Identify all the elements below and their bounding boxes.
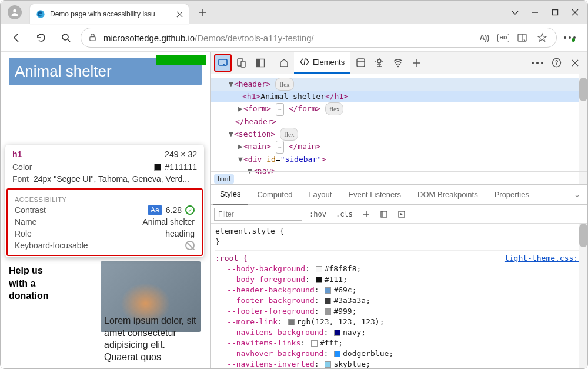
css-declaration[interactable]: --navitems-inverted: skyblue; xyxy=(215,359,583,369)
maximize-button[interactable] xyxy=(545,4,565,21)
browser-tab[interactable]: Demo page with accessibility issu xyxy=(30,4,189,24)
css-declaration[interactable]: --header-background: #69c; xyxy=(215,285,583,295)
subtab-dom-breakpoints[interactable]: DOM Breakpoints xyxy=(410,185,485,205)
help-button[interactable]: ? xyxy=(547,54,565,72)
url-text: microsoftedge.github.io/Demos/devtools-a… xyxy=(103,33,472,43)
chevron-down-icon[interactable]: ⌄ xyxy=(569,190,585,199)
tab-title: Demo page with accessibility issu xyxy=(50,10,175,18)
dom-breadcrumb[interactable]: html xyxy=(211,171,587,184)
settings-menu-button[interactable] xyxy=(562,28,582,48)
inspect-element-toggle[interactable] xyxy=(214,54,232,72)
svg-point-12 xyxy=(377,59,381,63)
edge-favicon-icon xyxy=(36,9,45,19)
svg-rect-10 xyxy=(257,59,260,67)
devtools-pane: Elements ? ▼<header> flex <h1>Animal she… xyxy=(211,52,587,369)
css-declaration[interactable]: --footer-background: #3a3a3a; xyxy=(215,295,583,306)
page-title: Animal shelter xyxy=(15,62,196,81)
styles-rules-pane[interactable]: element.style { } light-theme.css:1:root… xyxy=(211,224,587,369)
sources-tab-icon[interactable] xyxy=(370,54,388,72)
dom-scrollbar[interactable] xyxy=(579,74,587,184)
tooltip-font-label: Font xyxy=(12,174,29,184)
svg-point-13 xyxy=(397,65,399,67)
svg-rect-6 xyxy=(219,59,227,65)
css-declaration[interactable]: --navitems-background: navy; xyxy=(215,327,583,338)
hd-icon[interactable]: HD xyxy=(497,34,509,42)
tooltip-name-label: Name xyxy=(15,217,36,227)
contrast-aa-icon: Aa xyxy=(148,205,162,215)
tooltip-accessibility-region: ACCESSIBILITY Contrast Aa 6.28 ✓ Name An… xyxy=(6,188,203,256)
styles-filter-row: :hov .cls xyxy=(211,205,587,224)
tooltip-dimensions: 249 × 32 xyxy=(165,149,197,159)
tooltip-contrast-label: Contrast xyxy=(15,205,46,215)
reader-icon[interactable] xyxy=(515,31,529,45)
tooltip-role-value: heading xyxy=(165,229,195,238)
tooltip-contrast-value: 6.28 xyxy=(166,205,182,215)
dom-tree[interactable]: ▼<header> flex <h1>Animal shelter</h1> ▶… xyxy=(211,74,587,185)
css-declaration[interactable]: --body-background: #f8f8f8; xyxy=(215,264,583,274)
tooltip-tagname: h1 xyxy=(12,149,22,159)
lorem-text: Lorem ipsum dolor, sit amet consectetur … xyxy=(104,315,198,364)
tooltip-font-value: 24px "Segoe UI", Tahoma, Geneva, Verd... xyxy=(34,174,189,184)
lock-icon xyxy=(88,33,98,42)
panel-layout-icon[interactable] xyxy=(252,54,269,72)
css-declaration[interactable]: --navitems-links: #fff; xyxy=(215,338,583,348)
browser-toolbar: microsoftedge.github.io/Demos/devtools-a… xyxy=(1,24,587,51)
search-button[interactable] xyxy=(56,28,76,48)
subtab-computed[interactable]: Computed xyxy=(250,185,299,205)
subtab-properties[interactable]: Properties xyxy=(487,185,536,205)
styles-scrollbar[interactable] xyxy=(579,224,587,369)
more-tools-button[interactable] xyxy=(529,54,546,72)
svg-text:?: ? xyxy=(554,59,558,66)
svg-rect-11 xyxy=(357,59,365,67)
css-declaration[interactable]: --body-foreground: #111; xyxy=(215,274,583,285)
favorite-star-icon[interactable] xyxy=(535,31,549,45)
computed-styles-icon[interactable] xyxy=(377,208,390,221)
element-inspect-tooltip: h1 249 × 32 Color #111111 Font 24px "Seg… xyxy=(5,145,204,257)
tooltip-role-label: Role xyxy=(15,229,32,238)
window-titlebar: Demo page with accessibility issu xyxy=(1,1,587,24)
cls-toggle[interactable]: .cls xyxy=(333,209,355,220)
styles-subpanel-tabs: Styles Computed Layout Event Listeners D… xyxy=(211,185,587,205)
add-tab-button[interactable] xyxy=(408,54,426,72)
chevron-down-icon[interactable] xyxy=(505,4,525,21)
css-declaration[interactable]: --more-link: rgb(123, 123, 123); xyxy=(215,317,583,327)
svg-rect-8 xyxy=(241,61,245,67)
new-style-rule-button[interactable] xyxy=(360,208,373,221)
subtab-styles[interactable]: Styles xyxy=(213,185,248,205)
minimize-button[interactable] xyxy=(525,4,545,21)
hov-toggle[interactable]: :hov xyxy=(307,209,329,220)
close-window-button[interactable] xyxy=(565,4,585,21)
devtools-main-tabstrip: Elements ? xyxy=(211,52,587,74)
read-aloud-icon[interactable]: A)) xyxy=(477,31,492,45)
tooltip-kbfocus-label: Keyboard-focusable xyxy=(15,241,88,250)
tab-close-icon[interactable] xyxy=(175,9,184,19)
svg-rect-2 xyxy=(553,10,558,15)
back-button[interactable] xyxy=(6,28,26,48)
check-circle-icon: ✓ xyxy=(185,205,195,215)
stylesheet-link[interactable]: light-theme.css:1 xyxy=(505,253,583,264)
subtab-event-listeners[interactable]: Event Listeners xyxy=(341,185,408,205)
address-bar[interactable]: microsoftedge.github.io/Demos/devtools-a… xyxy=(81,28,557,48)
tooltip-name-value: Animal shelter xyxy=(142,217,195,227)
tooltip-color-label: Color xyxy=(12,162,32,172)
new-tab-button[interactable] xyxy=(193,4,211,21)
styles-filter-input[interactable] xyxy=(214,208,302,221)
tooltip-color-value: #111111 xyxy=(165,162,197,172)
tab-elements[interactable]: Elements xyxy=(294,52,350,74)
decorative-strip xyxy=(156,55,206,65)
css-declaration[interactable]: --footer-foreground: #999; xyxy=(215,306,583,317)
svg-rect-4 xyxy=(90,37,95,41)
welcome-tab-icon[interactable] xyxy=(275,54,293,72)
network-tab-icon[interactable] xyxy=(389,54,407,72)
code-icon xyxy=(300,57,309,67)
refresh-button[interactable] xyxy=(31,28,51,48)
toggle-sidebar-icon[interactable] xyxy=(395,208,408,221)
not-focusable-icon xyxy=(185,241,195,250)
css-declaration[interactable]: --navhover-background: dodgerblue; xyxy=(215,348,583,359)
profile-avatar[interactable] xyxy=(8,5,22,19)
subtab-layout[interactable]: Layout xyxy=(302,185,339,205)
device-emulation-toggle[interactable] xyxy=(233,54,250,72)
close-devtools-button[interactable] xyxy=(566,54,584,72)
svg-point-0 xyxy=(13,9,16,12)
application-tab-icon[interactable] xyxy=(352,54,369,72)
